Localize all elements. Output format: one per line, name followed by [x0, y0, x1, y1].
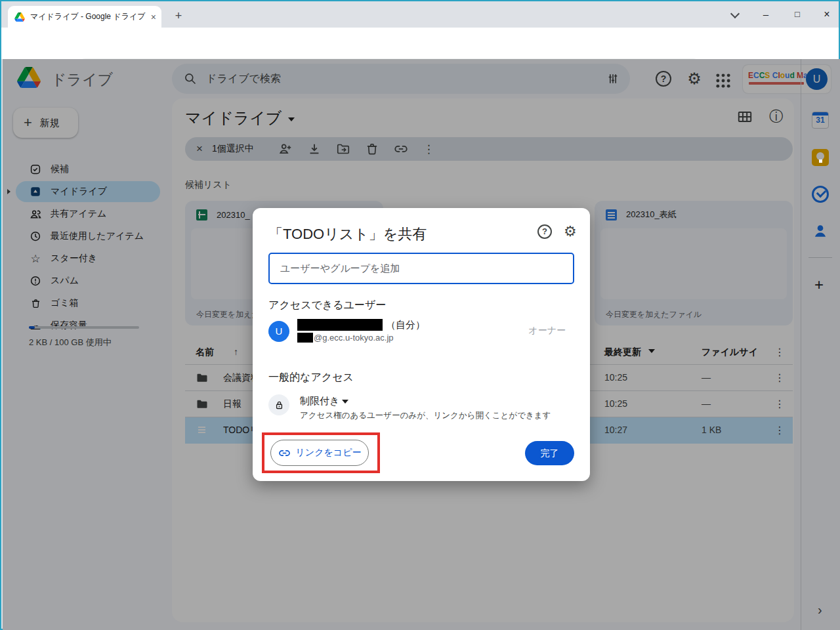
- drive-page: ドライブ ドライブで検索 ? ⚙ ECCS Cloud Mail U + 新規 …: [3, 59, 840, 630]
- restricted-dropdown[interactable]: 制限付き: [300, 395, 339, 408]
- owner-role-label: オーナー: [528, 325, 566, 337]
- window-close-button[interactable]: ×: [817, 5, 837, 24]
- tab-close-icon[interactable]: ×: [151, 12, 156, 22]
- owner-self-label: （自分）: [386, 319, 425, 331]
- new-tab-button[interactable]: +: [171, 9, 186, 23]
- owner-email-domain: @g.ecc.u-tokyo.ac.jp: [314, 333, 394, 343]
- redacted-owner-name: [297, 319, 383, 331]
- restricted-caret-icon[interactable]: [342, 400, 348, 404]
- redacted-email-prefix: [297, 333, 313, 343]
- owner-avatar: U: [268, 321, 289, 342]
- lock-icon: [274, 400, 285, 411]
- restricted-lock-badge: [268, 394, 289, 415]
- done-button[interactable]: 完了: [525, 441, 574, 465]
- restricted-description: アクセス権のあるユーザーのみが、リンクから開くことができます: [300, 410, 551, 421]
- browser-toolbar: ← → ↻ drive.google.com/drive/my-drive ☆ …: [1, 28, 839, 59]
- drive-favicon: [14, 12, 25, 22]
- general-access-label: 一般的なアクセス: [268, 371, 354, 385]
- browser-window: マイドライブ - Google ドライブ × + – □ × ← → ↻ dri…: [0, 0, 840, 630]
- window-maximize-button[interactable]: □: [788, 5, 807, 24]
- tab-search-chevron-icon[interactable]: [731, 10, 738, 17]
- share-dialog: 「TODOリスト」を共有 ? ⚙ ユーザーやグループを追加 アクセスできるユーザ…: [253, 208, 590, 481]
- browser-tab[interactable]: マイドライブ - Google ドライブ ×: [8, 6, 161, 28]
- people-with-access-label: アクセスできるユーザー: [268, 299, 386, 312]
- tab-title: マイドライブ - Google ドライブ: [30, 11, 148, 22]
- browser-titlebar: マイドライブ - Google ドライブ × + – □ ×: [1, 1, 839, 28]
- add-people-placeholder: ユーザーやグループを追加: [280, 262, 400, 275]
- dialog-title: 「TODOリスト」を共有: [268, 224, 427, 244]
- annotation-highlight-box: [262, 432, 380, 473]
- add-people-input[interactable]: ユーザーやグループを追加: [268, 253, 574, 284]
- window-minimize-button[interactable]: –: [756, 5, 776, 24]
- dialog-settings-icon[interactable]: ⚙: [564, 223, 577, 240]
- dialog-help-icon[interactable]: ?: [537, 224, 552, 239]
